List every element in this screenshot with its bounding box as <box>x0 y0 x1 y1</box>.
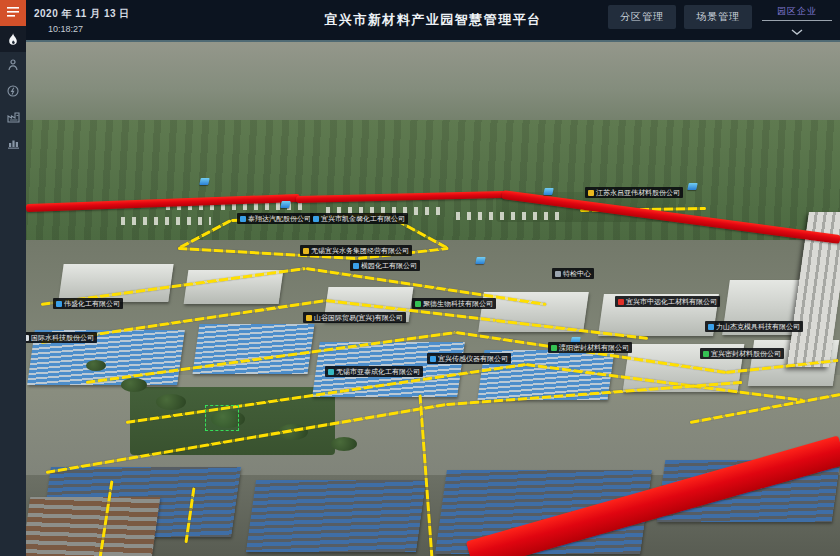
company-marker-icon <box>588 190 594 196</box>
company-marker-icon <box>313 216 319 222</box>
header-actions: 分区管理 场景管理 园区企业 <box>608 1 834 39</box>
company-map-label[interactable]: 山谷国际贸易(宜兴)有限公司 <box>303 312 406 323</box>
sidebar-item-fire[interactable] <box>0 26 26 52</box>
company-label-text: 无锡市亚泰成化工有限公司 <box>336 368 420 375</box>
company-label-text: 聚德生物科技有限公司 <box>423 300 493 307</box>
company-marker-icon <box>618 299 624 305</box>
current-date: 2020 年 11 月 13 日 <box>34 7 130 21</box>
person-icon <box>7 59 19 71</box>
company-marker-icon <box>708 324 714 330</box>
company-marker-icon <box>303 248 309 254</box>
company-label-text: 宜兴传感仪器有限公司 <box>438 355 508 362</box>
company-marker-icon <box>430 356 436 362</box>
company-label-text: 宜兴密封材料股份公司 <box>711 350 781 357</box>
blue-building-sprite <box>687 183 697 190</box>
bld-shape <box>58 264 173 302</box>
menu-button[interactable] <box>0 0 26 26</box>
company-map-label[interactable]: 宜兴传感仪器有限公司 <box>427 353 511 364</box>
company-marker-icon <box>26 335 29 341</box>
company-marker-icon <box>56 301 62 307</box>
company-label-text: 伟盛化工有限公司 <box>64 300 120 307</box>
flame-icon <box>7 33 19 46</box>
company-marker-icon <box>306 315 312 321</box>
top-header: 2020 年 11 月 13 日 10:18:27 宜兴市新材料产业园智慧管理平… <box>26 0 840 40</box>
factory-icon <box>7 111 20 123</box>
company-marker-icon <box>703 351 709 357</box>
tree-shape <box>156 394 186 410</box>
company-map-label[interactable]: 特检中心 <box>552 268 594 279</box>
company-map-label[interactable]: 力山杰克模具科技有限公司 <box>705 321 803 332</box>
zone-manage-button[interactable]: 分区管理 <box>608 5 676 29</box>
sidebar-item-person[interactable] <box>0 52 26 78</box>
company-map-label[interactable]: 江苏永昌亚伟材料股份公司 <box>585 187 683 198</box>
dropdown-label: 园区企业 <box>777 2 817 20</box>
chevron-down-icon <box>791 21 803 39</box>
company-label-text: 横园化工有限公司 <box>361 262 417 269</box>
company-map-label[interactable]: 泰翔达汽配股份公司 <box>237 213 314 224</box>
company-map-label[interactable]: 宜兴密封材料股份公司 <box>700 348 784 359</box>
app-window: 2020 年 11 月 13 日 10:18:27 宜兴市新材料产业园智慧管理平… <box>0 0 840 556</box>
hamburger-icon <box>6 4 20 22</box>
company-label-text: 特检中心 <box>563 270 591 277</box>
selection-box <box>205 405 239 431</box>
company-map-label[interactable]: 宜兴市中远化工材料有限公司 <box>615 296 720 307</box>
power-icon <box>7 85 19 97</box>
company-label-text: 山谷国际贸易(宜兴)有限公司 <box>314 314 403 321</box>
sidebar-item-statistics[interactable] <box>0 130 26 156</box>
sidebar-item-power[interactable] <box>0 78 26 104</box>
company-map-label[interactable]: 溧阳密封材料有限公司 <box>548 342 632 353</box>
company-map-label[interactable]: 聚德生物科技有限公司 <box>412 298 496 309</box>
company-label-text: 宜兴市中远化工材料有限公司 <box>626 298 717 305</box>
company-map-label[interactable]: 伟盛化工有限公司 <box>53 298 123 309</box>
tree-shape <box>121 378 147 392</box>
town-shape <box>456 212 566 220</box>
blue-building-sprite <box>475 257 485 264</box>
company-label-text: 宜兴市凯金馨化工有限公司 <box>321 215 405 222</box>
park-enterprise-dropdown[interactable]: 园区企业 <box>760 2 834 39</box>
company-map-label[interactable]: 宜兴市凯金馨化工有限公司 <box>310 213 408 224</box>
company-label-text: 无锡宜兴水务集团经营有限公司 <box>311 247 409 254</box>
current-time: 10:18:27 <box>48 24 130 34</box>
company-label-text: 泰翔达汽配股份公司 <box>248 215 311 222</box>
blue-building-sprite <box>199 178 209 185</box>
tree-shape <box>86 360 106 371</box>
company-map-label[interactable]: 国际水科技股份公司 <box>26 332 97 343</box>
bld-shape <box>246 480 426 552</box>
company-marker-icon <box>328 369 334 375</box>
company-map-label[interactable]: 无锡宜兴水务集团经营有限公司 <box>300 245 412 256</box>
town-shape <box>121 217 211 225</box>
company-label-text: 国际水科技股份公司 <box>31 334 94 341</box>
sidebar-item-factory[interactable] <box>0 104 26 130</box>
company-map-label[interactable]: 无锡市亚泰成化工有限公司 <box>325 366 423 377</box>
tree-shape <box>331 437 357 451</box>
company-marker-icon <box>551 345 557 351</box>
map-sky <box>26 42 840 120</box>
company-marker-icon <box>415 301 421 307</box>
bld-shape <box>26 497 160 556</box>
blue-building-sprite <box>543 188 553 195</box>
company-map-label[interactable]: 横园化工有限公司 <box>350 260 420 271</box>
sidebar <box>0 0 26 556</box>
datetime-block: 2020 年 11 月 13 日 10:18:27 <box>34 7 130 34</box>
map-3d-view[interactable]: 泰翔达汽配股份公司宜兴市凯金馨化工有限公司江苏永昌亚伟材料股份公司无锡宜兴水务集… <box>26 40 840 556</box>
company-label-text: 溧阳密封材料有限公司 <box>559 344 629 351</box>
bar-chart-icon <box>7 137 20 149</box>
company-marker-icon <box>353 263 359 269</box>
blue-building-sprite <box>280 201 290 208</box>
company-marker-icon <box>240 216 246 222</box>
scene-manage-button[interactable]: 场景管理 <box>684 5 752 29</box>
company-label-text: 力山杰克模具科技有限公司 <box>716 323 800 330</box>
company-marker-icon <box>555 271 561 277</box>
company-label-text: 江苏永昌亚伟材料股份公司 <box>596 189 680 196</box>
